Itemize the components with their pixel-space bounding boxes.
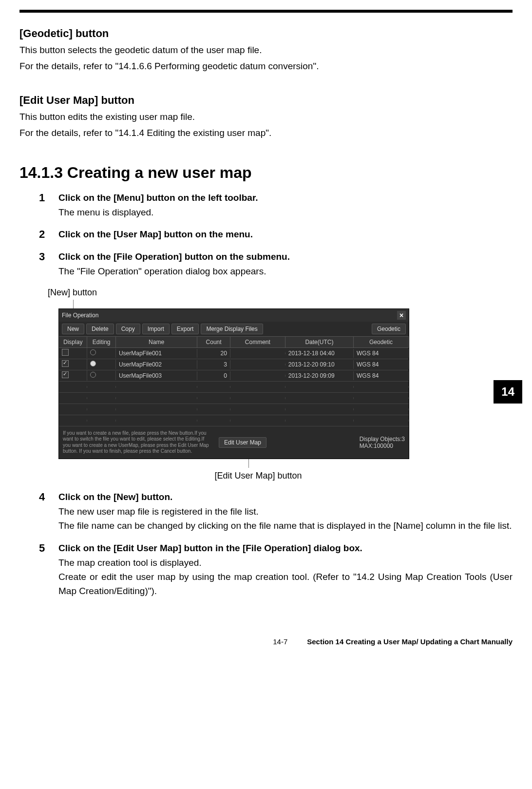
- cell-comment: [230, 364, 285, 366]
- col-header-editing: Editing: [87, 337, 115, 347]
- display-checkbox[interactable]: [59, 348, 87, 358]
- table-row-empty: [59, 415, 409, 426]
- col-header-date: Date(UTC): [285, 337, 354, 347]
- page-number: 14-7: [273, 637, 287, 646]
- import-button[interactable]: Import: [142, 324, 170, 334]
- merge-button[interactable]: Merge Display Files: [201, 324, 263, 334]
- display-checkbox[interactable]: [59, 370, 87, 381]
- cell-geodetic: WGS 84: [354, 360, 409, 369]
- cell-name[interactable]: UserMapFile002: [116, 360, 197, 369]
- step-instruction: Click on the [Menu] button on the left t…: [58, 192, 513, 203]
- col-header-comment: Comment: [230, 337, 285, 347]
- footer-section: Section 14 Creating a User Map/ Updating…: [307, 637, 513, 646]
- section-heading: 14.1.3 Creating a new user map: [19, 164, 513, 182]
- cell-comment: [230, 375, 285, 377]
- dialog-title: File Operation: [62, 312, 98, 319]
- cell-count: 20: [197, 349, 230, 358]
- editing-radio[interactable]: [87, 371, 115, 380]
- table-row[interactable]: UserMapFile00232013-12-20 09:10WGS 84: [59, 359, 409, 370]
- col-header-count: Count: [197, 337, 230, 347]
- editing-radio[interactable]: [87, 360, 115, 369]
- chapter-tab: 14: [494, 380, 522, 404]
- cell-geodetic: WGS 84: [354, 371, 409, 380]
- geodetic-text-1: This button selects the geodetic datum o…: [19, 43, 513, 57]
- step-number: 1: [39, 192, 58, 219]
- display-objects-max: MAX:100000: [360, 443, 405, 449]
- cell-count: 0: [197, 371, 230, 380]
- step-instruction: Click on the [File Operation] button on …: [58, 251, 513, 262]
- step-description: The new user map file is registered in t…: [58, 504, 513, 519]
- cell-geodetic: WGS 84: [354, 349, 409, 358]
- delete-button[interactable]: Delete: [86, 324, 114, 334]
- col-header-name: Name: [116, 337, 197, 347]
- step-number: 2: [39, 228, 58, 242]
- step-instruction: Click on the [New] button.: [58, 492, 513, 502]
- editmap-text-1: This button edits the existing user map …: [19, 110, 513, 124]
- step-number: 5: [39, 542, 58, 598]
- step-number: 3: [39, 250, 58, 278]
- edit-user-map-button[interactable]: Edit User Map: [219, 437, 266, 448]
- step: 2Click on the [User Map] button on the m…: [39, 228, 513, 242]
- table-row-empty: [59, 404, 409, 415]
- new-button[interactable]: New: [62, 324, 84, 334]
- table-row[interactable]: UserMapFile00302013-12-20 09:09WGS 84: [59, 370, 409, 382]
- copy-button[interactable]: Copy: [116, 324, 140, 334]
- editmap-heading: [Edit User Map] button: [19, 94, 513, 107]
- table-row-empty: [59, 382, 409, 393]
- cell-count: 3: [197, 360, 230, 369]
- cell-date: 2013-12-18 04:40: [285, 349, 354, 358]
- cell-date: 2013-12-20 09:10: [285, 360, 354, 369]
- step-number: 4: [39, 491, 58, 533]
- page-top-rule: [19, 10, 513, 13]
- step: 3Click on the [File Operation] button on…: [39, 250, 513, 278]
- col-header-geodetic: Geodetic: [354, 337, 409, 347]
- step-description: The file name can be changed by clicking…: [58, 519, 513, 533]
- table-row-empty: [59, 393, 409, 404]
- table-row[interactable]: UserMapFile001202013-12-18 04:40WGS 84: [59, 348, 409, 359]
- callout-new-label: [New] button: [48, 288, 513, 298]
- editing-radio[interactable]: [87, 348, 115, 358]
- cell-date: 2013-12-20 09:09: [285, 371, 354, 380]
- step-description: The "File Operation" operation dialog bo…: [58, 264, 513, 278]
- close-icon[interactable]: ×: [397, 311, 406, 320]
- cell-name[interactable]: UserMapFile001: [116, 349, 197, 358]
- editmap-text-2: For the details, refer to "14.1.4 Editin…: [19, 126, 513, 140]
- file-operation-dialog: File Operation × New Delete Copy Import …: [58, 308, 409, 459]
- step-description: The map creation tool is displayed.: [58, 556, 513, 570]
- cell-name[interactable]: UserMapFile003: [116, 371, 197, 380]
- step: 1Click on the [Menu] button on the left …: [39, 192, 513, 219]
- step-description: The menu is displayed.: [58, 205, 513, 219]
- step: 4Click on the [New] button.The new user …: [39, 491, 513, 533]
- callout-edit-line: [248, 459, 249, 468]
- geodetic-button[interactable]: Geodetic: [372, 324, 406, 334]
- step-description: Create or edit the user map by using the…: [58, 570, 513, 598]
- display-objects-count: Display Objects:3: [360, 436, 405, 443]
- cell-comment: [230, 352, 285, 354]
- dialog-hint-text: If you want to create a new file, please…: [63, 430, 209, 455]
- step-instruction: Click on the [User Map] button on the me…: [58, 229, 513, 240]
- display-checkbox[interactable]: [59, 359, 87, 369]
- export-button[interactable]: Export: [171, 324, 199, 334]
- step-instruction: Click on the [Edit User Map] button in t…: [58, 543, 513, 554]
- geodetic-text-2: For the details, refer to "14.1.6.6 Perf…: [19, 59, 513, 73]
- col-header-display: Display: [59, 337, 87, 347]
- callout-edit-label: [Edit User Map] button: [107, 471, 409, 481]
- geodetic-heading: [Geodetic] button: [19, 27, 513, 40]
- step: 5Click on the [Edit User Map] button in …: [39, 542, 513, 598]
- callout-new-line: [73, 300, 74, 308]
